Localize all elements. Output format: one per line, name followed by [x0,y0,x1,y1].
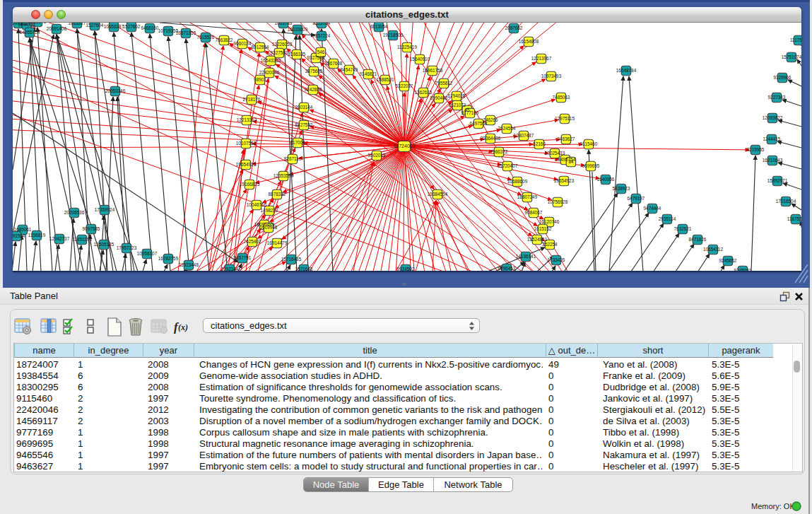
svg-text:10807487: 10807487 [514,133,534,138]
svg-text:20364436: 20364436 [481,136,501,141]
svg-text:84: 84 [568,159,574,164]
svg-text:11923448: 11923448 [179,262,199,267]
svg-text:9084067: 9084067 [525,210,543,215]
svg-text:11325419: 11325419 [397,45,417,49]
svg-text:11451194: 11451194 [72,237,92,242]
svg-text:1733426: 1733426 [548,257,565,262]
svg-text:17359924: 17359924 [95,207,115,212]
svg-text:14136141: 14136141 [516,254,536,259]
svg-text:14055714: 14055714 [20,30,40,35]
svg-text:7663822: 7663822 [216,37,233,42]
svg-text:8454749: 8454749 [341,67,358,72]
svg-text:15751074: 15751074 [782,54,801,59]
svg-text:2803144: 2803144 [295,105,313,110]
svg-text:15640910: 15640910 [410,57,430,62]
svg-text:12093822: 12093822 [763,115,783,120]
svg-text:1621072: 1621072 [449,103,466,107]
svg-text:9146821: 9146821 [360,71,377,76]
svg-text:546: 546 [317,49,325,54]
svg-text:1117534: 1117534 [790,37,801,42]
svg-text:9242848: 9242848 [305,87,322,92]
svg-text:5938923: 5938923 [613,186,630,191]
svg-text:7857224: 7857224 [313,33,331,38]
svg-text:16543362: 16543362 [261,58,281,63]
svg-text:16961758: 16961758 [423,68,443,73]
svg-text:6497568: 6497568 [470,121,488,126]
svg-text:12213967: 12213967 [531,56,552,61]
svg-text:10756928: 10756928 [548,199,568,204]
svg-text:252254: 252254 [542,242,558,247]
svg-text:16154808: 16154808 [519,39,539,44]
svg-text:1003789: 1003789 [275,23,293,25]
svg-text:20691406: 20691406 [47,26,67,31]
svg-text:1362615: 1362615 [415,90,433,95]
svg-text:8186325: 8186325 [288,52,306,57]
svg-text:3875685: 3875685 [305,69,323,74]
svg-text:10688609: 10688609 [507,179,528,184]
svg-text:1640956: 1640956 [597,177,615,182]
svg-text:9227343: 9227343 [768,95,786,100]
svg-text:16648784: 16648784 [616,68,637,73]
svg-text:12353594: 12353594 [273,173,294,178]
svg-text:17016504: 17016504 [776,199,796,204]
svg-text:15892971: 15892971 [767,178,788,183]
svg-text:8878332: 8878332 [269,192,286,197]
svg-text:417004: 417004 [290,140,305,145]
svg-text:12505135: 12505135 [94,242,114,247]
svg-text:7625402: 7625402 [244,239,261,244]
svg-text:8215955: 8215955 [747,147,765,152]
svg-text:1498222: 1498222 [261,208,278,213]
svg-text:9660124: 9660124 [234,41,252,46]
svg-text:1527604: 1527604 [86,23,104,28]
svg-text:1156819: 1156819 [28,233,46,238]
svg-text:12213363: 12213363 [237,117,257,122]
svg-text:98901: 98901 [254,77,266,82]
svg-text:19218506: 19218506 [383,33,404,37]
svg-text:16120746: 16120746 [539,219,560,224]
svg-text:10973493: 10973493 [541,74,562,78]
svg-text:9097585: 9097585 [83,226,100,231]
svg-text:9327508: 9327508 [307,55,325,60]
svg-text:9115460: 9115460 [580,141,598,146]
svg-text:19166825: 19166825 [240,182,260,187]
svg-text:16033809: 16033809 [288,27,308,32]
svg-text:8813054: 8813054 [370,24,388,29]
svg-text:16210643: 16210643 [763,158,783,163]
svg-text:1609948: 1609948 [260,225,278,230]
svg-text:9463627: 9463627 [558,136,575,141]
svg-text:1167534: 1167534 [787,216,801,221]
svg-text:16671355: 16671355 [176,30,196,35]
svg-text:6466160: 6466160 [141,25,159,30]
svg-text:22420046: 22420046 [259,70,280,75]
svg-text:17957223: 17957223 [117,245,137,250]
svg-text:6479197: 6479197 [628,196,645,201]
svg-text:2087682: 2087682 [505,25,523,30]
svg-text:10046766: 10046766 [247,202,267,207]
svg-text:8267110: 8267110 [284,156,302,161]
svg-text:1527602: 1527602 [123,24,141,29]
svg-text:2718176: 2718176 [243,97,261,102]
svg-text:19654923: 19654923 [554,178,575,183]
svg-text:7986372: 7986372 [490,149,508,154]
svg-text:2867608: 2867608 [325,61,343,66]
svg-text:10107552: 10107552 [236,141,257,146]
svg-text:15716485: 15716485 [281,257,302,262]
svg-text:7955812: 7955812 [435,81,453,86]
svg-text:10654112: 10654112 [703,247,723,252]
svg-text:13226058: 13226058 [272,42,293,47]
svg-text:7632621: 7632621 [674,226,692,231]
svg-text:18724007: 18724007 [393,144,415,148]
svg-text:8990448: 8990448 [430,95,448,100]
svg-text:8796453: 8796453 [498,266,516,271]
svg-text:8471626: 8471626 [689,237,707,242]
svg-text:12942737: 12942737 [49,236,70,241]
svg-text:10958107: 10958107 [137,251,158,256]
svg-text:20206536: 20206536 [64,210,85,215]
svg-text:9245652: 9245652 [719,258,737,263]
svg-text:8912954: 8912954 [252,45,269,49]
svg-text:0699695: 0699695 [582,163,600,168]
svg-text:10653287: 10653287 [104,24,124,29]
svg-text:6794028: 6794028 [448,93,466,98]
svg-text:3624554: 3624554 [498,126,516,131]
svg-text:9391594: 9391594 [13,233,25,238]
